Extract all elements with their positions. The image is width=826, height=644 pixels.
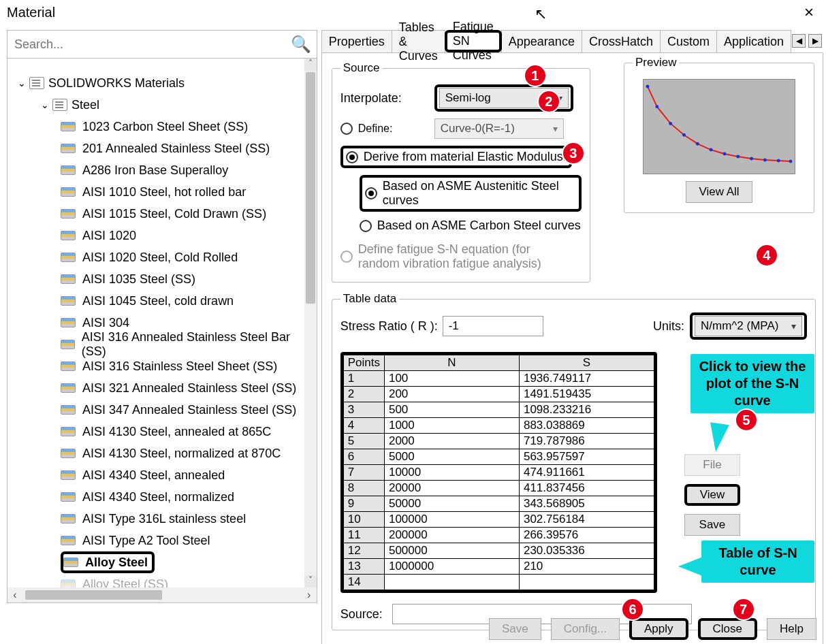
table-row[interactable]: 131000000210 bbox=[343, 559, 654, 575]
cell-n[interactable]: 50000 bbox=[384, 496, 519, 512]
material-item[interactable]: AISI 1015 Steel, Cold Drawn (SS) bbox=[61, 203, 304, 225]
cell-s[interactable]: 719.787986 bbox=[519, 434, 654, 449]
material-item[interactable]: AISI 1035 Steel (SS) bbox=[61, 268, 304, 290]
carbon-radio[interactable] bbox=[360, 220, 372, 232]
austenitic-radio[interactable] bbox=[365, 187, 377, 199]
tree-root[interactable]: ⌄ SOLIDWORKS Materials bbox=[10, 72, 304, 94]
scroll-right-icon[interactable]: › bbox=[302, 589, 317, 601]
cell-s[interactable]: 563.957597 bbox=[519, 449, 654, 465]
table-row[interactable]: 65000563.957597 bbox=[343, 449, 654, 465]
cell-n[interactable]: 2000 bbox=[384, 434, 519, 449]
scroll-down-icon[interactable]: ˅ bbox=[304, 575, 317, 587]
cell-s[interactable]: 343.568905 bbox=[519, 496, 654, 512]
table-row[interactable]: 52000719.787986 bbox=[343, 434, 654, 449]
horizontal-scrollbar[interactable]: ‹ › bbox=[7, 587, 317, 602]
table-row[interactable]: 12500000230.035336 bbox=[343, 543, 654, 559]
material-item[interactable]: AISI 4340 Steel, annealed bbox=[61, 464, 304, 486]
vertical-scrollbar[interactable]: ˄ ˅ bbox=[304, 59, 317, 587]
cell-n[interactable] bbox=[384, 575, 519, 590]
material-item[interactable]: AISI Type A2 Tool Steel bbox=[61, 530, 304, 551]
sn-data-table[interactable]: Points N S 11001936.74911722001491.51943… bbox=[340, 352, 657, 593]
cell-s[interactable]: 1936.749117 bbox=[519, 371, 654, 387]
table-row[interactable]: 14 bbox=[343, 575, 654, 590]
view-button[interactable]: View bbox=[684, 484, 740, 506]
cell-n[interactable]: 100 bbox=[384, 371, 519, 387]
material-item[interactable]: AISI 321 Annealed Stainless Steel (SS) bbox=[61, 377, 304, 399]
scroll-left-icon[interactable]: ‹ bbox=[7, 589, 22, 601]
cell-n[interactable]: 500 bbox=[384, 402, 519, 418]
tab-scroll-left[interactable]: ◀ bbox=[792, 34, 806, 48]
config-button[interactable]: Config... bbox=[551, 618, 620, 640]
tab-application[interactable]: Application bbox=[716, 30, 791, 52]
stress-ratio-input[interactable] bbox=[443, 316, 543, 336]
cell-s[interactable]: 1491.519435 bbox=[519, 387, 654, 402]
table-row[interactable]: 710000474.911661 bbox=[343, 465, 654, 481]
cell-n[interactable]: 10000 bbox=[384, 465, 519, 481]
define-radio[interactable] bbox=[340, 123, 353, 135]
tab-appearance[interactable]: Appearance bbox=[501, 30, 582, 52]
derive-radio[interactable] bbox=[346, 151, 358, 163]
save-button[interactable]: Save bbox=[489, 618, 541, 640]
cell-n[interactable]: 1000 bbox=[384, 418, 519, 434]
cell-n[interactable]: 200000 bbox=[384, 528, 519, 543]
tab-properties[interactable]: Properties bbox=[321, 30, 392, 52]
units-dropdown[interactable]: N/mm^2 (MPA) bbox=[695, 316, 802, 336]
material-item[interactable]: 1023 Carbon Steel Sheet (SS) bbox=[61, 116, 304, 138]
cell-n[interactable]: 200 bbox=[384, 387, 519, 402]
tab-custom[interactable]: Custom bbox=[660, 30, 717, 52]
material-item[interactable]: AISI 316 Annealed Stainless Steel Bar (S… bbox=[61, 334, 304, 355]
table-row[interactable]: 11001936.749117 bbox=[343, 371, 654, 387]
table-row[interactable]: 10100000302.756184 bbox=[343, 512, 654, 528]
material-item-selected[interactable]: Alloy Steel bbox=[61, 551, 155, 573]
material-item[interactable]: AISI 4340 Steel, normalized bbox=[61, 486, 304, 508]
scroll-up-icon[interactable]: ˄ bbox=[304, 59, 317, 71]
material-item[interactable]: AISI 4130 Steel, normalized at 870C bbox=[61, 442, 304, 464]
material-item[interactable]: 201 Annealed Stainless Steel (SS) bbox=[61, 138, 304, 159]
cell-s[interactable]: 230.035336 bbox=[519, 543, 654, 559]
cell-n[interactable]: 500000 bbox=[384, 543, 519, 559]
save-table-button[interactable]: Save bbox=[684, 514, 740, 536]
cell-s[interactable]: 1098.233216 bbox=[519, 402, 654, 418]
cell-s[interactable] bbox=[519, 575, 654, 590]
material-item[interactable]: A286 Iron Base Superalloy bbox=[61, 159, 304, 181]
view-all-button[interactable]: View All bbox=[686, 181, 752, 203]
cell-s[interactable]: 266.39576 bbox=[519, 528, 654, 543]
cell-n[interactable]: 1000000 bbox=[384, 559, 519, 575]
table-row[interactable]: 11200000266.39576 bbox=[343, 528, 654, 543]
cell-n[interactable]: 20000 bbox=[384, 481, 519, 496]
material-item[interactable]: AISI Type 316L stainless steel bbox=[61, 508, 304, 530]
material-item[interactable]: Alloy Steel (SS) bbox=[61, 573, 304, 587]
material-item[interactable]: AISI 1010 Steel, hot rolled bar bbox=[61, 181, 304, 203]
tree-folder[interactable]: ⌄ Steel bbox=[10, 94, 304, 116]
tab-tables-curves[interactable]: Tables & Curves bbox=[392, 30, 445, 52]
table-row[interactable]: 22001491.519435 bbox=[343, 387, 654, 402]
cell-s[interactable]: 411.837456 bbox=[519, 481, 654, 496]
cell-s[interactable]: 883.038869 bbox=[519, 418, 654, 434]
material-item[interactable]: AISI 347 Annealed Stainless Steel (SS) bbox=[61, 399, 304, 421]
table-row[interactable]: 950000343.568905 bbox=[343, 496, 654, 512]
chevron-down-icon[interactable]: ⌄ bbox=[40, 99, 50, 110]
scrollbar-thumb[interactable] bbox=[25, 590, 162, 600]
cell-s[interactable]: 474.911661 bbox=[519, 465, 654, 481]
material-item[interactable]: AISI 316 Stainless Steel Sheet (SS) bbox=[61, 355, 304, 377]
cell-s[interactable]: 210 bbox=[519, 559, 654, 575]
search-icon[interactable]: 🔍 bbox=[291, 35, 311, 54]
search-input[interactable] bbox=[13, 37, 291, 52]
material-item[interactable]: AISI 1020 bbox=[61, 225, 304, 246]
material-item[interactable]: AISI 1020 Steel, Cold Rolled bbox=[61, 246, 304, 268]
material-item[interactable]: AISI 1045 Steel, cold drawn bbox=[61, 290, 304, 312]
apply-button[interactable]: Apply bbox=[629, 618, 688, 640]
table-row[interactable]: 35001098.233216 bbox=[343, 402, 654, 418]
chevron-down-icon[interactable]: ⌄ bbox=[17, 78, 27, 88]
tab-fatigue-sn-curves[interactable]: Fatigue SN Curves bbox=[445, 30, 502, 52]
scrollbar-thumb[interactable] bbox=[306, 72, 315, 304]
tab-scroll-right[interactable]: ▶ bbox=[808, 34, 822, 48]
file-button[interactable]: File bbox=[684, 454, 740, 476]
cell-s[interactable]: 302.756184 bbox=[519, 512, 654, 528]
help-button[interactable]: Help bbox=[767, 618, 816, 640]
material-item[interactable]: AISI 4130 Steel, annealed at 865C bbox=[61, 421, 304, 442]
tab-crosshatch[interactable]: CrossHatch bbox=[582, 30, 661, 52]
close-button[interactable]: Close bbox=[698, 618, 757, 640]
table-row[interactable]: 41000883.038869 bbox=[343, 418, 654, 434]
cell-n[interactable]: 5000 bbox=[384, 449, 519, 465]
